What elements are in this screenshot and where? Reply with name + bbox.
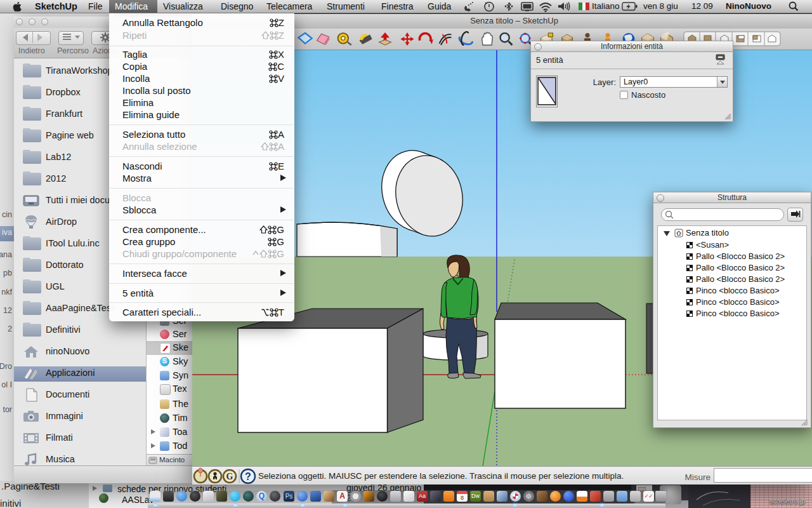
svg-text:?: ?: [245, 471, 251, 482]
svg-text:G: G: [226, 472, 233, 481]
